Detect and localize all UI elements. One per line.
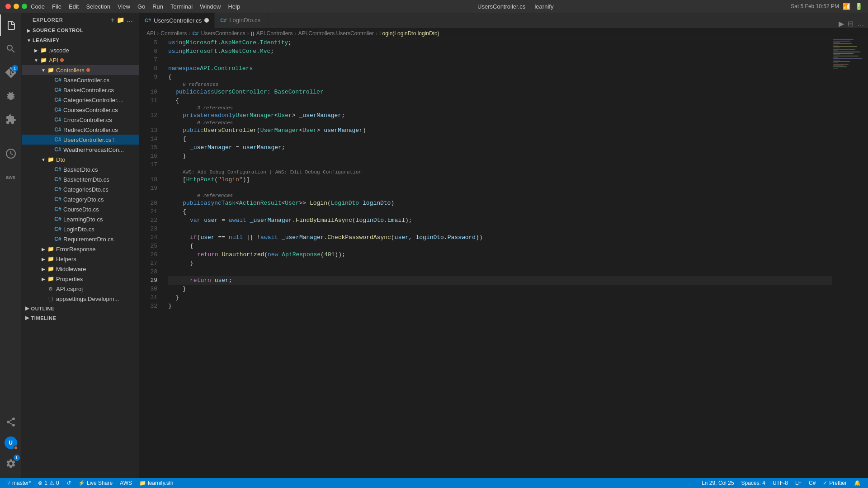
maximize-button[interactable] xyxy=(22,4,27,9)
api-folder[interactable]: ▼ 📁 API xyxy=(22,55,139,65)
new-file-icon[interactable]: + xyxy=(111,16,115,23)
file-weatherforecast[interactable]: C# WeatherForecastCon... xyxy=(22,145,139,155)
status-position[interactable]: Ln 29, Col 25 xyxy=(698,478,737,488)
learnify-section[interactable]: ▼ LEARNIFY xyxy=(22,35,139,45)
code-line-20: public async Task<ActionResult<User>> Lo… xyxy=(168,199,832,207)
editor-area: C# UsersController.cs C# LoginDto.cs ▶ ⊟… xyxy=(139,13,868,478)
bc-controllers[interactable]: Controllers xyxy=(160,30,187,37)
more-tabs-icon[interactable]: … xyxy=(857,20,864,28)
activity-settings[interactable]: 1 xyxy=(0,453,22,474)
code-line-7 xyxy=(168,56,832,64)
activity-git[interactable]: 1 xyxy=(0,61,22,83)
menu-help[interactable]: Help xyxy=(228,3,240,10)
menu-view[interactable]: View xyxy=(118,3,130,10)
split-editor-icon[interactable]: ⊟ xyxy=(848,19,854,28)
code-line-6: using Microsoft.AspNetCore.Mvc; xyxy=(168,47,832,56)
code-editor[interactable]: using Microsoft.AspNetCore.Identity; usi… xyxy=(161,38,832,478)
dto-folder[interactable]: ▼ 📁 Dto xyxy=(22,155,139,164)
code-line-31: } xyxy=(168,293,832,302)
controllers-folder-icon: 📁 xyxy=(47,66,54,74)
status-notification[interactable]: 🔔 xyxy=(850,478,864,488)
file-coursescontroller[interactable]: C# CoursesController.cs xyxy=(22,105,139,115)
menu-go[interactable]: Go xyxy=(137,3,145,10)
vscode-folder[interactable]: ▶ 📁 .vscode xyxy=(22,45,139,55)
file-redirectcontroller[interactable]: C# RedirectController.cs xyxy=(22,125,139,135)
bc-api[interactable]: API xyxy=(146,30,155,37)
activity-debug[interactable] xyxy=(0,85,22,107)
cs-file-icon: C# xyxy=(54,116,61,123)
status-liveshare[interactable]: ⚡ Live Share xyxy=(75,478,116,488)
outline-section[interactable]: ▶ OUTLINE xyxy=(22,304,139,313)
file-categorydto[interactable]: C# CategoryDto.cs xyxy=(22,194,139,204)
file-requirementdto[interactable]: C# RequirementDto.cs xyxy=(22,234,139,244)
file-errorscontroller[interactable]: C# ErrorsController.cs xyxy=(22,115,139,125)
file-logindto[interactable]: C# LoginDto.cs xyxy=(22,224,139,234)
status-formatter[interactable]: ✓ Prettier xyxy=(819,478,850,488)
activity-liveshare[interactable] xyxy=(0,411,22,433)
menu-terminal[interactable]: Terminal xyxy=(170,3,193,10)
file-basketdto[interactable]: C# BasketDto.cs xyxy=(22,164,139,174)
status-branch[interactable]: ⑂ master* xyxy=(4,478,34,488)
status-aws[interactable]: AWS xyxy=(116,478,136,488)
file-userscontroller[interactable]: C# UsersController.cs 1 xyxy=(22,135,139,145)
file-apicsproj[interactable]: ⚙ API.csproj xyxy=(22,284,139,294)
ref-hint-0: 0 references xyxy=(168,81,832,88)
minimize-button[interactable] xyxy=(14,4,19,9)
menu-edit[interactable]: Edit xyxy=(69,3,79,10)
file-basecontroller[interactable]: C# BaseController.cs xyxy=(22,75,139,85)
menu-selection[interactable]: Selection xyxy=(86,3,110,10)
debug-icon xyxy=(5,90,16,101)
activity-extensions[interactable] xyxy=(0,108,22,130)
status-solution[interactable]: 📁 learnify.sln xyxy=(136,478,177,488)
new-folder-icon[interactable]: 📁 xyxy=(117,16,125,23)
bc-file[interactable]: C# UsersController.cs xyxy=(192,30,245,37)
file-categoriesdto[interactable]: C# CategoriesDto.cs xyxy=(22,184,139,194)
bc-method[interactable]: Login(LoginDto loginDto) xyxy=(379,30,439,37)
bc-class[interactable]: API.Controllers.UsersController xyxy=(298,30,374,37)
activity-remote[interactable] xyxy=(0,143,22,164)
system-icons: 📶 🔋 xyxy=(843,3,863,10)
menu-run[interactable]: Run xyxy=(152,3,163,10)
middleware-folder[interactable]: ▶ 📁 Middleware xyxy=(22,264,139,274)
file-learningdto[interactable]: C# LearningDto.cs xyxy=(22,214,139,224)
file-basketitemdto[interactable]: C# BasketItemDto.cs xyxy=(22,174,139,184)
file-basketcontroller[interactable]: C# BasketController.cs xyxy=(22,85,139,95)
timeline-section[interactable]: ▶ TIMELINE xyxy=(22,313,139,323)
status-encoding[interactable]: UTF-8 xyxy=(769,478,792,488)
menu-window[interactable]: Window xyxy=(200,3,221,10)
chevron-right-icon: ▶ xyxy=(25,315,29,321)
status-sync[interactable]: ↺ xyxy=(63,478,75,488)
line-num-ref3 xyxy=(139,120,157,126)
status-errors[interactable]: ⊗ 1 ⚠ 0 xyxy=(34,478,62,488)
file-categoriescontroller[interactable]: C# CategoriesController.... xyxy=(22,95,139,105)
properties-folder[interactable]: ▶ 📁 Properties xyxy=(22,274,139,284)
avatar[interactable]: U xyxy=(5,436,17,449)
source-control-section[interactable]: ▶ SOURCE CONTROL xyxy=(22,25,139,35)
status-spaces[interactable]: Spaces: 4 xyxy=(738,478,769,488)
bc-namespace[interactable]: {} API.Controllers xyxy=(251,30,293,37)
status-language[interactable]: C# xyxy=(805,478,819,488)
menu-file[interactable]: File xyxy=(52,3,61,10)
errorresponse-folder[interactable]: ▶ 📁 ErrorResponse xyxy=(22,244,139,254)
api-label: API xyxy=(49,57,58,64)
more-actions-icon[interactable]: … xyxy=(127,16,133,23)
status-line-ending[interactable]: LF xyxy=(792,478,805,488)
code-line-24: if(user == null || !await _userManager.C… xyxy=(168,233,832,242)
run-icon[interactable]: ▶ xyxy=(839,19,844,28)
activity-explorer[interactable] xyxy=(0,14,22,36)
activity-search[interactable] xyxy=(0,38,22,60)
file-appsettings[interactable]: { } appsettings.Developm... xyxy=(22,294,139,304)
basketdto-label: BasketDto.cs xyxy=(63,166,98,173)
bc-sep: › xyxy=(295,30,297,37)
file-coursedto[interactable]: C# CourseDto.cs xyxy=(22,204,139,214)
close-button[interactable] xyxy=(5,4,11,9)
basketitemdto-label: BasketItemDto.cs xyxy=(63,176,109,183)
tab-userscontroller[interactable]: C# UsersController.cs xyxy=(139,13,215,28)
line-num-23: 23 xyxy=(139,225,157,233)
tab-logindto[interactable]: C# LoginDto.cs xyxy=(215,13,269,28)
cs-file-icon: C# xyxy=(54,176,61,183)
menu-code[interactable]: Code xyxy=(31,3,45,10)
controllers-folder[interactable]: ▼ 📁 Controllers xyxy=(22,65,139,75)
activity-aws[interactable]: aws xyxy=(0,166,22,188)
helpers-folder[interactable]: ▶ 📁 Helpers xyxy=(22,254,139,264)
